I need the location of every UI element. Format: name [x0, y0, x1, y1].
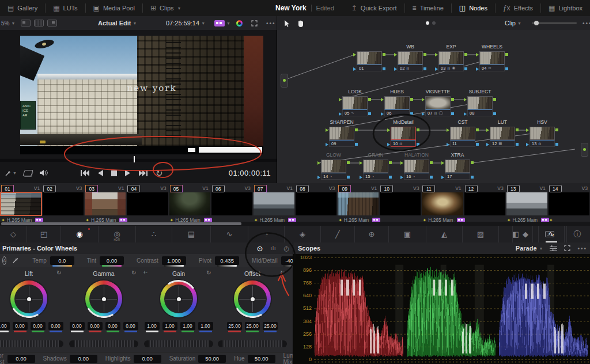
- node-15-grain[interactable]: GRAIN15◔: [363, 160, 388, 180]
- param-value[interactable]: 50.00: [248, 355, 275, 363]
- viewer-zoom-select[interactable]: 5%▼: [1, 16, 15, 30]
- param-value[interactable]: 0.00: [134, 355, 161, 363]
- rgb-port[interactable]: [387, 128, 390, 132]
- wheel-value[interactable]: 0.00: [123, 322, 138, 330]
- rgb-port[interactable]: [526, 128, 529, 132]
- rgb-port[interactable]: [400, 161, 403, 165]
- menu-quick-export[interactable]: ↥Quick Export: [344, 0, 404, 16]
- timeline-clip-02[interactable]: 02V3: [42, 183, 84, 221]
- go-last-frame-icon[interactable]: [139, 170, 148, 176]
- node-11-cst[interactable]: CST11: [450, 127, 475, 147]
- wheel-value[interactable]: 1.00: [145, 322, 160, 330]
- wheel-value[interactable]: 1.00: [162, 322, 177, 330]
- node-graph[interactable]: 01WB02ılıEXP03ılı◉WHEELS04⊙LOOK05∿HUES06…: [277, 30, 590, 183]
- menu-clips[interactable]: ⊞Clips▼: [143, 0, 188, 16]
- node-09-sharpen[interactable]: SHARPEN09: [329, 127, 354, 147]
- param-value[interactable]: 0.435: [215, 256, 239, 265]
- source-node[interactable]: [281, 74, 288, 88]
- menu-luts[interactable]: ▦LUTs: [46, 0, 85, 16]
- scope-mode-select[interactable]: Parade▼: [516, 245, 543, 252]
- log-mode-icon[interactable]: ◴: [283, 245, 289, 252]
- key-port[interactable]: [326, 143, 328, 146]
- hand-tool-icon[interactable]: [297, 16, 304, 30]
- scope-settings-icon[interactable]: [550, 245, 557, 251]
- key-port[interactable]: [417, 143, 419, 146]
- node-07-vignette[interactable]: VIGNETTE07ılı◯: [425, 96, 451, 116]
- param-value[interactable]: 1.000: [162, 256, 186, 265]
- node-14-glow[interactable]: GLOW14◔: [321, 160, 346, 180]
- menu-nodes[interactable]: ◫Nodes: [452, 0, 495, 16]
- key-port[interactable]: [383, 67, 385, 70]
- audio-mute-icon[interactable]: [39, 169, 48, 177]
- key-port[interactable]: [441, 176, 444, 179]
- key-port[interactable]: [394, 67, 397, 71]
- node-10-middetail[interactable]: MidDetail10ılı: [391, 127, 416, 147]
- codec-badge-select[interactable]: ▼: [214, 16, 230, 30]
- timeline-clip-03[interactable]: 03V1✦H.265 Main ...: [84, 183, 126, 221]
- clip-thumbnail[interactable]: [296, 192, 336, 215]
- key-port[interactable]: [464, 112, 467, 116]
- key-port[interactable]: [339, 112, 342, 116]
- scope-options-menu[interactable]: •••: [577, 245, 587, 252]
- output-node[interactable]: [581, 143, 588, 157]
- clip-thumbnail[interactable]: [380, 192, 421, 215]
- rgb-port[interactable]: [317, 161, 320, 165]
- wheel-value[interactable]: 25.00: [227, 322, 242, 330]
- node-zoom-slider[interactable]: [532, 16, 577, 30]
- wheel-value[interactable]: 25.00: [245, 322, 260, 330]
- color-wheel[interactable]: [10, 280, 47, 317]
- timeline-clip-07[interactable]: 07V1✦H.265 Main ...: [253, 183, 295, 221]
- timeline-clip-11[interactable]: 11V1✦H.265 Main ...: [421, 183, 463, 221]
- rgb-port[interactable]: [410, 98, 413, 101]
- enhanced-viewer-icon[interactable]: [47, 20, 57, 26]
- timeline-clip-08[interactable]: 08V3: [295, 183, 337, 221]
- grade-preview-icon[interactable]: [236, 16, 243, 30]
- stop-icon[interactable]: [111, 170, 117, 176]
- node-02-wb[interactable]: WB02ılı: [398, 51, 423, 71]
- clip-thumbnail[interactable]: [422, 192, 463, 215]
- viewer-playhead[interactable]: [134, 156, 135, 162]
- rgb-port[interactable]: [394, 53, 397, 56]
- clip-thumbnail[interactable]: [549, 192, 589, 215]
- clip-thumbnail[interactable]: [43, 192, 84, 215]
- rgb-port[interactable]: [464, 53, 467, 56]
- rgb-port[interactable]: [347, 161, 350, 164]
- scope-expand-icon[interactable]: [564, 245, 570, 252]
- rgb-port[interactable]: [493, 98, 496, 101]
- tool-motion-effects[interactable]: ▤: [172, 226, 211, 242]
- key-port[interactable]: [430, 176, 433, 179]
- key-port[interactable]: [423, 67, 426, 70]
- clip-thumbnail[interactable]: [85, 192, 126, 215]
- wipe-modes-icon[interactable]: [22, 170, 33, 176]
- wheel-reset-icon[interactable]: ↺: [131, 270, 136, 276]
- tool-magic-mask[interactable]: ▣: [389, 226, 426, 242]
- clip-thumbnail[interactable]: [169, 192, 210, 215]
- param-value[interactable]: 0.00: [7, 355, 35, 363]
- node-view-select[interactable]: Clip▼: [505, 16, 521, 30]
- tool-qualifier[interactable]: ◔: [248, 226, 285, 242]
- param-value[interactable]: 50.00: [198, 355, 226, 363]
- key-port[interactable]: [476, 67, 479, 71]
- tool-camera-raw[interactable]: ◇: [0, 226, 27, 242]
- tool-key[interactable]: ▨: [463, 226, 499, 242]
- rgb-port[interactable]: [435, 53, 438, 56]
- tool-scopes[interactable]: ∿: [538, 226, 564, 242]
- timeline-scrollbar[interactable]: [0, 222, 590, 226]
- timeline-clip-14[interactable]: 14V3✦: [548, 183, 590, 221]
- tool-color-wheels[interactable]: ◉: [61, 226, 99, 242]
- rgb-port[interactable]: [476, 53, 479, 56]
- param-value[interactable]: 0.0: [50, 256, 74, 265]
- node-08-subject[interactable]: SUBJECT08: [467, 96, 493, 116]
- wheel-master-slider[interactable]: [0, 340, 63, 347]
- play-reverse-icon[interactable]: [97, 170, 103, 176]
- key-port[interactable]: [486, 143, 489, 146]
- rgb-port[interactable]: [464, 98, 467, 101]
- node-06-hues[interactable]: HUES06: [384, 96, 410, 116]
- rgb-port[interactable]: [368, 98, 371, 101]
- rgb-port[interactable]: [381, 98, 384, 101]
- color-wheel[interactable]: [234, 280, 271, 317]
- key-port[interactable]: [389, 176, 392, 179]
- key-port[interactable]: [451, 112, 454, 115]
- color-wheel[interactable]: [85, 280, 122, 317]
- node-17-xtra[interactable]: XTRA17: [445, 160, 470, 180]
